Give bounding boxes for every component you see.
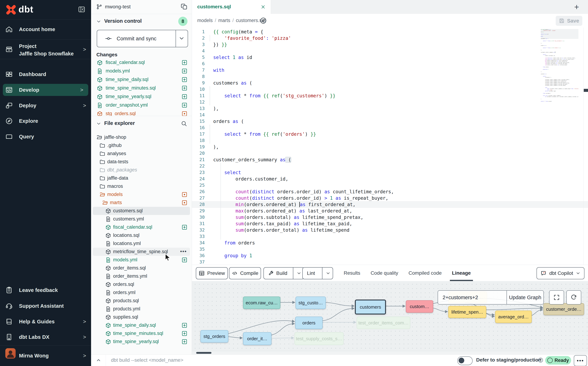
code-line[interactable]: 37 (192, 259, 588, 265)
commit-and-sync-button[interactable]: Commit and sync (97, 30, 188, 47)
file-row[interactable]: products.yml (91, 305, 192, 313)
fullscreen-button[interactable] (549, 290, 564, 305)
lineage-node[interactable]: customer_orde… (543, 303, 584, 315)
change-row[interactable]: time_spine_daily.sql (91, 75, 192, 84)
code-line[interactable]: 14 (192, 112, 588, 118)
code-line[interactable]: 10 (192, 86, 588, 92)
code-line[interactable]: 31 sum(orders.tax_paid) as lifetime_tax_… (192, 221, 588, 227)
minimap[interactable]: {{ config(meta = { 'favorite_food': 'piz… (541, 29, 578, 102)
help-icon[interactable] (538, 357, 543, 363)
tab-results[interactable]: Results (344, 265, 360, 281)
file-row[interactable]: time_spine_minutes.sql (91, 329, 192, 338)
sidebar-item-develop[interactable]: Develop > (3, 84, 88, 96)
file-row[interactable]: fiscal_calendar.sql (91, 223, 192, 231)
preview-button[interactable]: Preview (196, 267, 228, 279)
code-line[interactable]: 3}) }} (192, 41, 588, 48)
file-row[interactable]: analyses (91, 150, 192, 158)
file-row[interactable]: models.yml (91, 256, 192, 264)
chevron-down-icon[interactable] (179, 35, 185, 42)
row-menu-icon[interactable]: ••• (180, 248, 187, 254)
overflow-menu-button[interactable]: ••• (574, 355, 587, 366)
change-row[interactable]: time_spine_yearly.sql (91, 92, 192, 101)
plus-box-icon[interactable] (181, 85, 187, 91)
lineage-selector-input[interactable]: 2+customers+2 (443, 295, 506, 300)
file-row[interactable]: data-tests (91, 158, 192, 166)
file-row[interactable]: locations.sql (91, 231, 192, 239)
tab-customers-sql[interactable]: customers.sql (192, 0, 271, 14)
plus-box-icon[interactable] (181, 68, 187, 74)
scrollbar-thumb[interactable] (584, 89, 588, 92)
code-line[interactable]: 15orders as ( (192, 118, 588, 125)
save-button[interactable]: Save (556, 16, 582, 26)
code-line[interactable]: 21customer_orders_summary as ( (192, 157, 588, 163)
code-line[interactable]: 29 max(orders.ordered_at) as last_ordere… (192, 208, 588, 214)
file-explorer-header[interactable]: File explorer (91, 116, 192, 130)
sidebar-item-support-assistant[interactable]: Support Assistant (0, 300, 91, 312)
code-line[interactable]: 2 'favorite_food': 'pizza' (192, 35, 588, 41)
refresh-button[interactable] (566, 290, 581, 305)
code-line[interactable]: 24 orders.customer_id, (192, 176, 588, 182)
sidebar-item-leave-feedback[interactable]: Leave feedback (0, 284, 91, 296)
file-row[interactable]: time_spine_daily.sql (91, 321, 192, 329)
code-line[interactable]: 12 (192, 99, 588, 105)
change-row[interactable]: order_snapshot.yml (91, 101, 192, 109)
status-badge[interactable]: Ready (545, 356, 571, 365)
compile-button[interactable]: Compile (229, 267, 261, 279)
change-row[interactable]: stg_orders.sql (91, 109, 192, 116)
plus-box-icon[interactable] (181, 60, 187, 66)
code-line[interactable]: 22 (192, 163, 588, 169)
close-icon[interactable] (261, 4, 266, 10)
scrollbar-thumb[interactable] (196, 352, 211, 354)
dot-box-icon[interactable] (181, 200, 187, 206)
code-line[interactable]: 13), (192, 105, 588, 112)
expand-command-bar-icon[interactable] (95, 357, 102, 364)
file-row[interactable]: models (91, 191, 192, 199)
file-row[interactable]: supplies.sql (91, 313, 192, 321)
code-line[interactable]: 19), (192, 144, 588, 150)
lint-button[interactable]: Lint (302, 267, 333, 279)
lineage-compass-icon[interactable] (260, 17, 267, 24)
new-tab-button[interactable]: + (572, 2, 581, 12)
sidebar-item-project[interactable]: Project Jaffle Shop Snowflake > (0, 41, 91, 58)
code-line[interactable]: 32 sum(orders.order_total) as lifetime_s… (192, 227, 588, 233)
lineage-graph[interactable]: ecom.raw_cu…stg_custo…orderstest_order_i… (192, 281, 588, 354)
sidebar-item-help-guides[interactable]: Help & Guides > (0, 316, 91, 328)
plus-box-icon[interactable] (181, 330, 187, 336)
lineage-node[interactable]: test_supply_costs_s… (295, 332, 343, 345)
file-row[interactable]: orders.sql (91, 280, 192, 289)
code-line[interactable]: 16 (192, 125, 588, 131)
chevron-down-icon[interactable] (297, 271, 301, 276)
lineage-node[interactable]: lifetime_spen… (448, 306, 486, 318)
file-row[interactable]: time_spine_yearly.sql (91, 338, 192, 346)
code-line[interactable]: 6 (192, 61, 588, 67)
code-line[interactable]: 20 (192, 150, 588, 157)
plus-box-icon[interactable] (181, 339, 187, 345)
tab-code-quality[interactable]: Code quality (371, 265, 398, 281)
code-line[interactable]: 36 group by 1 (192, 252, 588, 259)
sidebar-item-account-home[interactable]: Account home (0, 23, 91, 35)
code-line[interactable]: 33 (192, 233, 588, 240)
file-row[interactable]: customers.yml (91, 215, 192, 223)
code-line[interactable]: 4 (192, 48, 588, 54)
sidebar-user-menu[interactable]: Mirna Wong > (0, 348, 91, 363)
tab-lineage[interactable]: Lineage (452, 265, 471, 281)
dbt-copilot-button[interactable]: dbt Copilot (536, 267, 584, 279)
update-graph-button[interactable]: Update Graph (507, 295, 543, 300)
file-row[interactable]: marts (91, 199, 192, 207)
code-line[interactable]: 35 (192, 246, 588, 252)
sidebar-item-deploy[interactable]: Deploy > (0, 100, 91, 111)
plus-box-icon[interactable] (181, 76, 187, 83)
file-row[interactable]: metricflow_time_spine.sql••• (93, 248, 190, 256)
lineage-node[interactable]: custom… (406, 300, 433, 313)
plus-box-icon[interactable] (181, 224, 187, 230)
dot-box-icon[interactable] (181, 191, 187, 198)
version-control-header[interactable]: Version control 8 (91, 14, 192, 28)
code-line[interactable]: 26 count(distinct orders.order_id) as co… (192, 189, 588, 195)
code-line[interactable]: 34 from orders (192, 240, 588, 246)
file-row[interactable]: orders.yml (91, 289, 192, 297)
file-row[interactable]: .github (91, 141, 192, 150)
defer-toggle[interactable] (457, 356, 473, 365)
code-line[interactable]: 8 (192, 73, 588, 80)
lineage-node[interactable]: order_it… (243, 332, 271, 345)
sidebar-item-explore[interactable]: Explore (0, 115, 91, 127)
